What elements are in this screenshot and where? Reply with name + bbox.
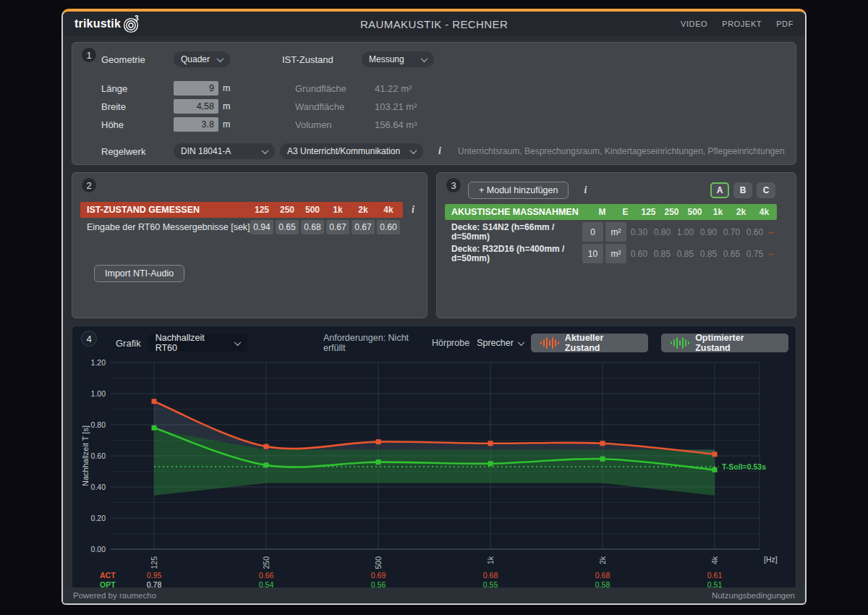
- variant-a-button[interactable]: A: [710, 182, 729, 198]
- rt60-value-500[interactable]: 0.68: [301, 220, 324, 234]
- grundflaeche-label: Grundfläche: [295, 83, 375, 94]
- sprecher-select[interactable]: Sprecher: [477, 338, 524, 348]
- measure-1-value-2k: 0.70: [721, 227, 742, 237]
- svg-text:[Hz]: [Hz]: [764, 555, 778, 564]
- info-icon[interactable]: i: [436, 145, 443, 157]
- freq-2k-header: 2k: [731, 207, 752, 217]
- measured-state-panel: 2 IST-ZUSTAND GEMESSEN 125 250 500 1k 2k…: [72, 172, 427, 318]
- svg-text:250: 250: [262, 556, 271, 569]
- measure-2-value-1k: 0.85: [698, 249, 719, 259]
- waveform-orange-icon: [540, 336, 559, 349]
- hoehe-label: Höhe: [101, 119, 174, 130]
- breite-input[interactable]: [174, 99, 218, 114]
- optimized-state-label: Optimierter Zustand: [695, 333, 779, 353]
- svg-text:0.80: 0.80: [91, 420, 106, 429]
- freq-2k-header: 2k: [352, 205, 375, 215]
- header-nav: VIDEO PROJEKT PDF: [681, 20, 793, 28]
- remove-measure-button[interactable]: –: [765, 248, 777, 260]
- ist-zustand-select[interactable]: Messung: [362, 51, 434, 67]
- measures-table-title: AKUSTISCHE MASSNAHMEN: [445, 207, 592, 217]
- regelwerk-select[interactable]: DIN 18041-A: [174, 143, 275, 159]
- measure-2-value-500: 0.85: [675, 249, 696, 259]
- svg-text:1k: 1k: [486, 556, 495, 564]
- volumen-value: 156.64 m³: [375, 119, 417, 130]
- grafik-select[interactable]: Nachhallzeit RT60: [148, 334, 247, 352]
- svg-text:0.61: 0.61: [707, 571, 723, 580]
- variant-switcher: A B C: [710, 182, 775, 198]
- rt60-value-125[interactable]: 0.94: [250, 220, 273, 234]
- step-1-badge: 1: [81, 47, 97, 63]
- geometrie-select-value: Quader: [181, 54, 212, 64]
- powered-by: Powered by raumecho: [73, 591, 156, 600]
- geometrie-select[interactable]: Quader: [174, 51, 230, 67]
- wandflaeche-value: 103.21 m²: [375, 101, 417, 112]
- svg-text:0.40: 0.40: [91, 483, 106, 491]
- measure-2-unit: m²: [605, 244, 626, 263]
- laenge-input[interactable]: [174, 81, 218, 96]
- rt60-value-1k[interactable]: 0.67: [326, 220, 349, 234]
- measure-1-label: Decke: S14N2 (h=66mm / d=50mm): [445, 222, 582, 242]
- add-module-button[interactable]: + Modul hinzufügen: [468, 182, 569, 199]
- import-nti-audio-button[interactable]: Import NTI-Audio: [94, 265, 184, 282]
- hoerprobe-label: Hörprobe: [432, 338, 469, 348]
- svg-text:0.66: 0.66: [259, 571, 274, 580]
- freq-250-header: 250: [661, 207, 682, 217]
- nav-pdf[interactable]: PDF: [776, 20, 793, 28]
- measure-2-label: Decke: R32D16 (h=400mm / d=50mm): [445, 244, 582, 263]
- volumen-label: Volumen: [295, 119, 375, 130]
- measured-table-title: IST-ZUSTAND GEMESSEN: [80, 205, 250, 215]
- measure-2-value-125: 0.60: [629, 249, 650, 259]
- rt60-value-4k[interactable]: 0.60: [377, 220, 400, 234]
- optimized-state-audio-button[interactable]: Optimierter Zustand: [661, 334, 788, 352]
- variant-b-button[interactable]: B: [733, 182, 752, 198]
- variant-c-button[interactable]: C: [757, 182, 775, 198]
- measure-1-value-250: 0.80: [652, 227, 673, 237]
- svg-text:T-Soll=0.53s: T-Soll=0.53s: [722, 462, 766, 471]
- step-4-badge: 4: [81, 331, 97, 347]
- chevron-down-icon: [262, 147, 269, 154]
- measure-2-amount[interactable]: 10: [582, 244, 603, 263]
- svg-text:1.00: 1.00: [91, 389, 106, 398]
- app-content: 1 Geometrie Quader IST-Zustand Messung L…: [63, 36, 805, 590]
- col-m-header: M: [592, 207, 613, 217]
- rt60-value-2k[interactable]: 0.67: [352, 220, 375, 234]
- svg-text:0.68: 0.68: [483, 571, 498, 580]
- measured-table-header: IST-ZUSTAND GEMESSEN 125 250 500 1k 2k 4…: [80, 202, 403, 218]
- actual-state-audio-button[interactable]: Aktueller Zustand: [531, 334, 648, 352]
- breite-label: Breite: [101, 101, 174, 112]
- measures-panel: 3 + Modul hinzufügen i A B C AKUSTISCHE …: [436, 172, 796, 318]
- measure-1-amount[interactable]: 0: [582, 222, 603, 242]
- hoehe-input[interactable]: [174, 117, 218, 132]
- info-icon[interactable]: i: [582, 184, 589, 196]
- freq-500-header: 500: [684, 207, 705, 217]
- waveform-green-icon: [671, 336, 689, 349]
- regelwerk-label: Regelwerk: [101, 146, 174, 157]
- svg-text:0.20: 0.20: [91, 514, 106, 522]
- step-3-badge: 3: [446, 177, 461, 193]
- rt60-row-label: Eingabe der RT60 Messergebnisse [sek]: [80, 222, 250, 232]
- regelwerk-select-value: DIN 18041-A: [181, 146, 257, 156]
- chevron-down-icon: [517, 339, 524, 346]
- measure-1-value-500: 1.00: [675, 227, 696, 237]
- nav-video[interactable]: VIDEO: [681, 20, 707, 28]
- chevron-down-icon: [421, 55, 428, 62]
- terms-link[interactable]: Nutzungsbedingungen: [712, 591, 795, 600]
- measure-1-value-4k: 0.60: [744, 227, 765, 237]
- usage-select[interactable]: A3 Unterricht/Kommunikation: [280, 143, 423, 159]
- remove-measure-button[interactable]: –: [765, 226, 777, 238]
- rt60-value-250[interactable]: 0.65: [276, 220, 299, 234]
- nav-projekt[interactable]: PROJEKT: [722, 20, 762, 28]
- info-icon[interactable]: i: [409, 204, 417, 216]
- svg-text:2k: 2k: [598, 556, 607, 564]
- grundflaeche-value: 41.22 m²: [375, 83, 412, 94]
- rt60-chart[interactable]: T-Soll=0.53s0.000.200.400.600.801.001.20…: [80, 355, 788, 591]
- svg-text:Nachhallzeit T [s]: Nachhallzeit T [s]: [81, 425, 90, 486]
- svg-text:500: 500: [374, 556, 383, 569]
- laenge-unit: m: [223, 83, 242, 93]
- measure-2-value-2k: 0.65: [721, 249, 742, 259]
- svg-text:0.00: 0.00: [91, 545, 106, 554]
- wandflaeche-label: Wandfläche: [295, 101, 375, 112]
- sprecher-select-value: Sprecher: [477, 338, 514, 348]
- grafik-label: Grafik: [116, 338, 141, 349]
- svg-text:125: 125: [150, 556, 158, 569]
